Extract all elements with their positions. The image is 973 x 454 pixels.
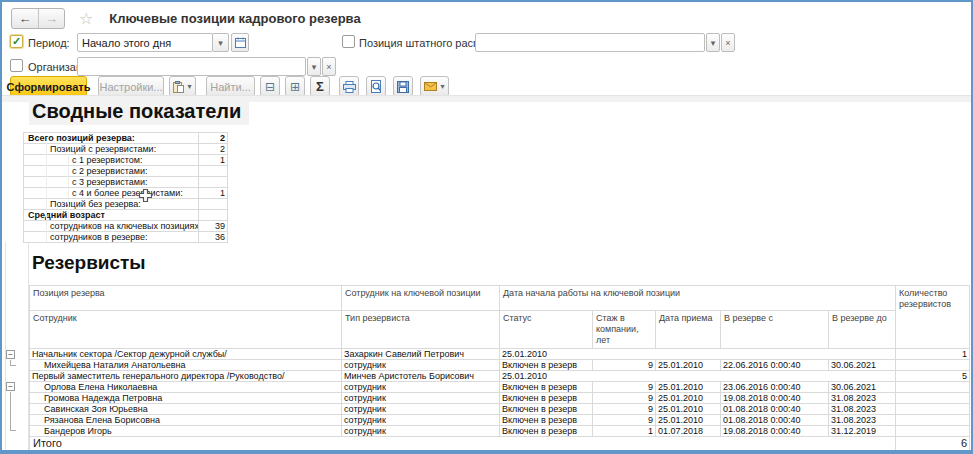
count-cell: 1	[896, 349, 970, 360]
header-row: Позиция резерва Сотрудник на ключевой по…	[30, 286, 970, 311]
column-header: Тип резервиста	[342, 311, 500, 349]
collapse-groups-button[interactable]: ⊟	[260, 76, 280, 97]
count-cell	[896, 360, 970, 371]
summary-value	[199, 177, 228, 188]
forward-button[interactable]: →	[38, 9, 64, 28]
tenure-cell: 9	[593, 415, 656, 426]
header-row: Сотрудник Тип резервиста Статус Стаж в к…	[30, 311, 970, 349]
expand-groups-button[interactable]: ⊞	[285, 76, 305, 97]
column-header: Сотрудник на ключевой позиции	[342, 286, 500, 311]
reserve-to-cell: 31.12.2019	[829, 426, 896, 437]
report-variants-button[interactable]: ▾	[169, 76, 196, 97]
hire-date-cell: 25.01.2010	[656, 360, 721, 371]
reserve-from-cell: 19.08.2018 0:00:40	[721, 426, 829, 437]
status-cell: Включен в резерв	[500, 360, 593, 371]
type-cell: сотрудник	[342, 382, 500, 393]
employee-cell: Орлова Елена Николаевна	[30, 382, 342, 393]
organization-input[interactable]	[77, 57, 306, 76]
staff-position-checkbox[interactable]	[342, 35, 355, 48]
table-row: с 2 резервистами:	[24, 166, 228, 177]
reservists-section-title: Резервисты	[29, 251, 154, 276]
reservist-row: Михейцева Наталия Анатольевна сотрудник …	[30, 360, 970, 371]
table-row: Всего позиций резерва:2	[24, 133, 228, 144]
minus-icon: −	[8, 382, 13, 391]
collapse-groups-icon: ⊟	[265, 80, 275, 94]
page-title: Ключевые позиции кадрового резерва	[109, 11, 360, 26]
preview-button[interactable]	[366, 76, 386, 97]
generate-button[interactable]: Сформировать	[10, 76, 87, 97]
expand-groups-icon: ⊞	[290, 80, 300, 94]
find-button[interactable]: Найти...	[206, 76, 255, 97]
save-button[interactable]	[393, 76, 413, 97]
summary-group-guide	[68, 154, 69, 220]
tenure-cell: 9	[593, 360, 656, 371]
summary-value: 2	[199, 133, 228, 144]
period-calendar-button[interactable]	[231, 33, 249, 52]
summary-value: 1	[199, 188, 228, 199]
star-icon: ☆	[79, 10, 93, 27]
organization-checkbox[interactable]	[10, 59, 23, 72]
summary-label: Позиций без резерва:	[24, 199, 199, 210]
hire-date-cell: 25.01.2010	[656, 393, 721, 404]
period-checkbox[interactable]: ✓	[10, 35, 23, 48]
column-header: Стаж в компании, лет	[593, 311, 656, 349]
column-header: В резерве до	[829, 311, 896, 349]
count-cell	[896, 393, 970, 404]
summary-label: с 3 резервистами:	[24, 177, 199, 188]
report-window: ← → ☆ Ключевые позиции кадрового резерва…	[0, 0, 973, 454]
type-cell: сотрудник	[342, 393, 500, 404]
summary-label: Средний возраст	[24, 210, 199, 221]
calendar-icon	[235, 37, 246, 48]
status-cell: Включен в резерв	[500, 415, 593, 426]
type-cell: сотрудник	[342, 360, 500, 371]
reserve-from-cell: 01.08.2018 0:00:40	[721, 404, 829, 415]
column-header: Статус	[500, 311, 593, 349]
settings-button[interactable]: Настройки...	[98, 76, 164, 97]
staff-position-dropdown-button[interactable]: ▾	[706, 33, 720, 52]
chevron-down-icon: ▾	[187, 82, 191, 91]
start-date-cell: 25.01.2010	[500, 371, 896, 382]
generate-button-label: Сформировать	[7, 81, 91, 93]
chevron-down-icon: ▾	[218, 38, 223, 48]
column-header: Позиция резерва	[30, 286, 342, 311]
settings-button-label: Настройки...	[99, 81, 162, 93]
group-collapse-button[interactable]: −	[6, 382, 15, 391]
back-button[interactable]: ←	[12, 9, 38, 28]
favorite-star-button[interactable]: ☆	[79, 9, 93, 28]
organization-dropdown-button[interactable]: ▾	[307, 57, 321, 76]
reservist-row: Громова Надежда Петровна сотрудник Включ…	[30, 393, 970, 404]
reservists-table: Позиция резерва Сотрудник на ключевой по…	[29, 285, 970, 451]
staff-position-clear-button[interactable]: ×	[721, 33, 735, 52]
chevron-down-icon: ▾	[312, 62, 317, 72]
staff-position-input[interactable]	[475, 33, 705, 52]
sigma-icon: Σ	[316, 79, 324, 94]
print-button[interactable]	[339, 76, 359, 97]
filter-row-period: ✓ Период: ▾ Позиция штатного расписания:…	[2, 35, 973, 55]
forward-icon: →	[45, 11, 58, 26]
period-input[interactable]	[77, 33, 213, 52]
gutter-line	[5, 242, 6, 450]
total-value: 6	[896, 437, 970, 451]
group-bracket	[10, 430, 16, 431]
sum-button[interactable]: Σ	[310, 76, 330, 97]
group-bracket	[10, 365, 16, 366]
reservist-row: Рязанова Елена Борисовна сотрудник Включ…	[30, 415, 970, 426]
group-collapse-button[interactable]: −	[6, 350, 15, 359]
reserve-from-cell: 01.08.2018 0:00:40	[721, 415, 829, 426]
column-header: Количество резервистов	[896, 286, 970, 349]
reserve-to-cell: 31.08.2023	[829, 393, 896, 404]
organization-clear-button[interactable]: ×	[322, 57, 336, 76]
clipboard-icon	[173, 81, 184, 93]
period-label: Период:	[28, 37, 70, 49]
period-dropdown-button[interactable]: ▾	[212, 33, 229, 52]
reserve-from-cell: 22.06.2016 0:00:40	[721, 360, 829, 371]
tenure-cell: 9	[593, 404, 656, 415]
summary-value: 36	[199, 232, 228, 243]
send-mail-button[interactable]: ▾	[420, 76, 449, 97]
close-icon: ×	[725, 38, 730, 48]
summary-section-title: Сводные показатели	[29, 99, 249, 125]
type-cell: сотрудник	[342, 404, 500, 415]
table-row: Позиций с резервистами:2	[24, 144, 228, 155]
type-cell: сотрудник	[342, 426, 500, 437]
nav-buttons: ← →	[11, 8, 65, 29]
